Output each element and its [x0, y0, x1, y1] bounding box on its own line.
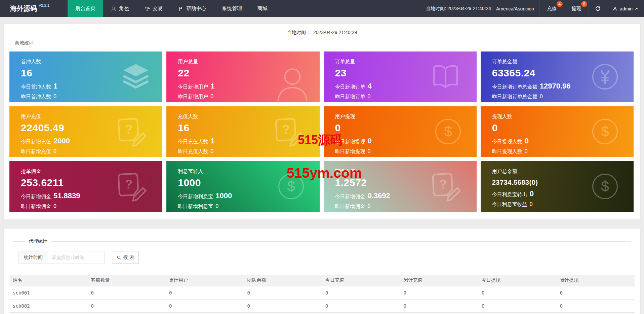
table-cell: 0	[88, 286, 166, 299]
stat-card-subline: 今日利息宝收益0	[492, 201, 634, 208]
table-cell: scb002	[9, 299, 88, 312]
withdraw-button[interactable]: 提现 0	[564, 0, 589, 17]
stat-card-subline: 今日新增订单4	[335, 82, 477, 91]
stats-cards: 首冲人数16今日首冲人数1昨日首冲人数0用户总量22今日新增用户1昨日新增用户0…	[9, 51, 634, 212]
stat-card-value: 253.6211	[21, 177, 162, 188]
stat-card-subline: 今日提现人数0	[492, 137, 634, 145]
stat-card-subline-label: 今日利息宝收益	[492, 201, 527, 208]
nav-menu-item-0[interactable]: 后台首页	[68, 0, 103, 17]
stat-card-subline-label: 今日新增利息宝	[178, 194, 213, 200]
stat-card-subline: 今日利息宝转出0	[492, 189, 634, 198]
stat-card-subline: 今日新增订单总金额12970.96	[492, 82, 634, 91]
stat-card-subline-value: 0	[530, 201, 533, 207]
stat-card-subline-label: 昨日新增订单	[335, 94, 365, 100]
recharge-button[interactable]: 充值 4	[539, 0, 564, 17]
stat-card-subline-value: 0	[215, 203, 218, 209]
stat-card-subline-label: 昨日新增佣金	[335, 203, 365, 210]
stat-card-subline: 昨日新增订单总金额0	[492, 94, 634, 100]
nav-menu-item-1[interactable]: 角色	[103, 0, 137, 17]
stat-card-subline-label: 今日新增佣金	[335, 194, 365, 200]
scales-icon	[145, 6, 150, 11]
stat-card-subline-value: 4	[368, 82, 372, 91]
stat-card-subline-value: 0	[210, 94, 213, 100]
agent-stats-panel: 代理统计 统计时间 搜 索 姓名客服数量累计用户团队余额今日充值累计充值今日提现…	[3, 228, 641, 314]
withdraw-label: 提现	[572, 6, 581, 12]
table-cell: 0	[322, 299, 400, 312]
timezone-text: America/Asuncion	[496, 6, 534, 11]
stat-card-value: 1.2572	[335, 177, 477, 188]
stat-card-subline-value: 0	[530, 189, 534, 198]
stat-card-subline-value: 1	[210, 137, 214, 145]
table-cell: 0	[557, 312, 635, 314]
stat-card-value: 0	[492, 122, 634, 134]
recharge-label: 充值	[547, 6, 557, 12]
stat-card-10: 下级返佣1.2572今日新增佣金0.3692昨日新增佣金0?	[324, 161, 477, 212]
agent-stats-legend: 代理统计	[25, 238, 51, 244]
stat-time-input[interactable]	[48, 251, 105, 264]
stat-card-title: 用户提现	[335, 113, 477, 120]
table-cell: 0	[478, 312, 557, 314]
stat-card-subline: 昨日新增佣金0	[335, 203, 477, 210]
stat-card-subline-value: 0	[53, 94, 56, 100]
stat-card-subline-value: 1	[53, 82, 57, 91]
table-cell: 0	[400, 299, 479, 312]
nav-menu-item-2[interactable]: 交易	[137, 0, 170, 17]
search-button[interactable]: 搜 索	[112, 251, 139, 264]
table-row: scb0020000000	[9, 299, 635, 312]
nav-menu: 后台首页角色交易帮助中心系统管理商城	[68, 0, 275, 17]
stat-card-value: 0	[335, 122, 477, 134]
stat-card-subline: 今日新增充值2000	[21, 137, 162, 145]
stat-card-subline-value: 1000	[215, 191, 232, 200]
stat-card-subline-label: 今日利息宝转出	[492, 191, 527, 198]
agent-table-head-row: 姓名客服数量累计用户团队余额今日充值累计充值今日提现累计提现	[9, 275, 635, 286]
stat-card-title: 用户总余额	[492, 168, 634, 175]
refresh-button[interactable]	[589, 0, 607, 17]
nav-menu-item-5[interactable]: 商城	[250, 0, 275, 17]
refresh-icon	[595, 6, 601, 11]
stat-card-subline-value: 0	[53, 148, 56, 154]
nav-menu-item-label: 角色	[119, 5, 129, 12]
stat-card-9: 利息宝转入1000今日新增利息宝1000昨日新增利息宝0$	[166, 161, 319, 212]
stat-card-value: 22405.49	[21, 122, 162, 134]
nav-menu-item-3[interactable]: 帮助中心	[170, 0, 214, 17]
stat-card-subline: 昨日提现人数0	[492, 148, 634, 155]
table-cell: 0	[166, 312, 244, 314]
stat-card-title: 订单总金额	[492, 59, 634, 65]
stat-card-value: 23734.5683(0)	[492, 179, 634, 186]
nav-menu-item-label: 系统管理	[222, 5, 242, 12]
nav-menu-item-label: 后台首页	[75, 5, 95, 12]
local-time-text: 当地时间: 2023-04-29 21:40:24	[426, 6, 491, 12]
stat-card-value: 1000	[178, 177, 319, 188]
top-navbar: 海外源码 V2.2.1 后台首页角色交易帮助中心系统管理商城 当地时间: 202…	[0, 0, 644, 17]
stat-card-subline-label: 昨日提现人数	[492, 148, 522, 155]
table-header-cell: 累计充值	[400, 275, 479, 286]
agent-filter-form: 统计时间 搜 索	[18, 251, 631, 264]
stat-card-subline-label: 今日新增佣金	[21, 194, 51, 200]
stat-card-subline-label: 今日首冲人数	[21, 84, 51, 90]
section-title: 商城统计	[15, 40, 640, 46]
table-cell: 0	[400, 312, 479, 314]
stat-card-subline: 今日充值人数1	[178, 137, 319, 145]
stat-card-subline: 今日新增用户1	[178, 82, 319, 91]
table-header-cell: 团队余额	[244, 275, 322, 286]
stat-card-subline-label: 昨日新增订单总金额	[492, 94, 537, 100]
stat-card-subline: 今日新增佣金51.8839	[21, 191, 162, 200]
nav-menu-item-label: 帮助中心	[186, 5, 206, 12]
stat-card-subline-label: 昨日首冲人数	[21, 94, 51, 100]
stat-card-subline-label: 昨日充值人数	[178, 148, 208, 155]
stat-card-subline-label: 今日新增提现	[335, 139, 365, 145]
stat-card-subline-label: 昨日新增提现	[335, 148, 365, 155]
stat-card-subline-value: 0	[525, 148, 528, 154]
table-header-cell: 客服数量	[88, 275, 166, 286]
stat-card-subline: 今日新增提现0	[335, 137, 477, 145]
table-cell: 0	[400, 286, 479, 299]
navbar-right: 当地时间: 2023-04-29 21:40:24 America/Asunci…	[420, 0, 644, 17]
stat-card-value: 16	[178, 122, 319, 134]
stat-card-subline-label: 昨日新增佣金	[21, 203, 51, 210]
agent-stats-fieldset: 代理统计 统计时间 搜 索	[13, 238, 631, 270]
nav-menu-item-label: 商城	[257, 5, 268, 12]
user-menu[interactable]: admin	[607, 0, 644, 17]
stat-card-5: 充值人数16今日充值人数1昨日充值人数0?	[166, 106, 319, 157]
table-cell: 0	[244, 312, 322, 314]
nav-menu-item-4[interactable]: 系统管理	[214, 0, 250, 17]
